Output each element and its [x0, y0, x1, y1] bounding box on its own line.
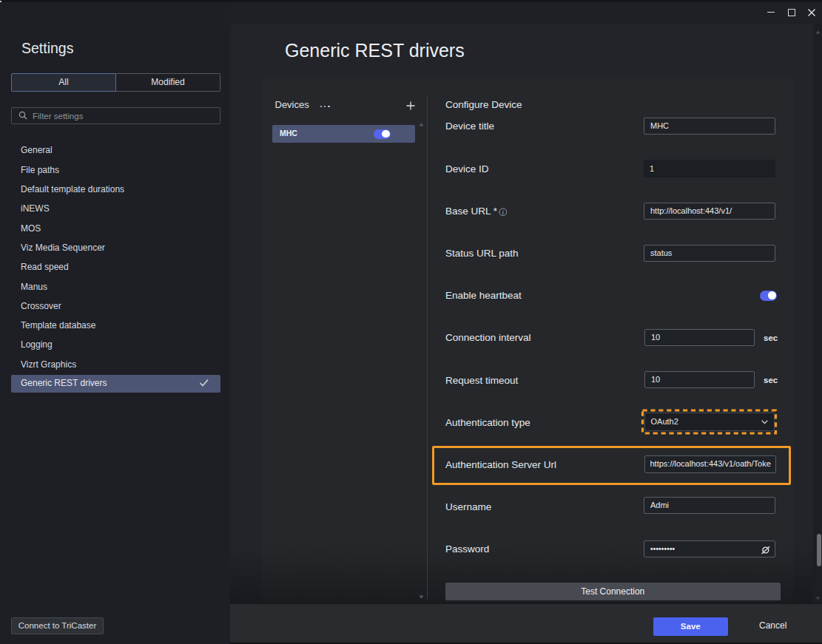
svg-text:i: i: [502, 209, 504, 216]
